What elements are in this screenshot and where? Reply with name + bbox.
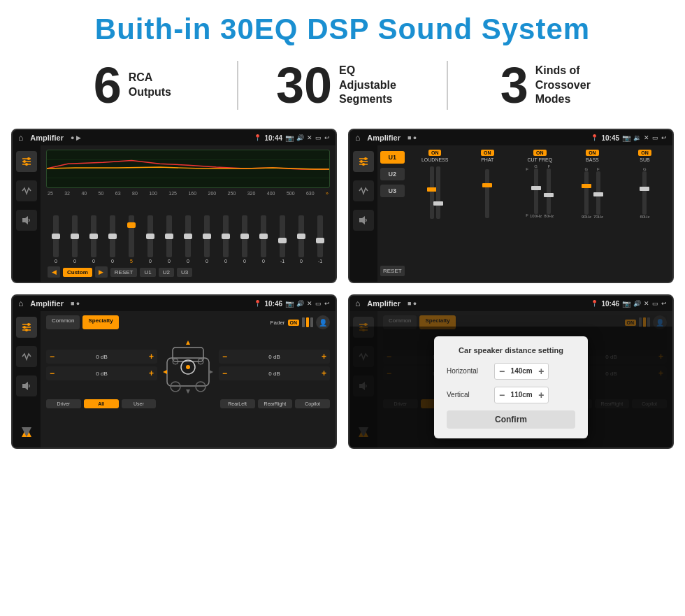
- home-icon-3[interactable]: ⌂: [18, 299, 23, 308]
- spk-fr-plus[interactable]: +: [322, 352, 326, 361]
- home-icon-2[interactable]: ⌂: [355, 133, 360, 143]
- svg-point-29: [196, 382, 206, 392]
- spk-fr-minus[interactable]: −: [222, 352, 227, 361]
- eq-u2-btn[interactable]: U2: [159, 268, 174, 277]
- reset-btn-cross[interactable]: RESET: [380, 266, 405, 276]
- eq-slider-13[interactable]: 0: [293, 215, 310, 264]
- bass-slider-g[interactable]: [584, 171, 589, 215]
- eq-slider-4[interactable]: 5: [123, 215, 140, 264]
- eq-u1-btn[interactable]: U1: [140, 268, 155, 277]
- wave-btn-3[interactable]: [16, 346, 37, 367]
- phat-on[interactable]: ON: [481, 150, 494, 156]
- wave-btn-2[interactable]: [353, 180, 374, 201]
- horizontal-minus[interactable]: −: [499, 366, 505, 377]
- user-btn[interactable]: User: [122, 399, 157, 408]
- eq-slider-14[interactable]: -1: [312, 215, 329, 264]
- eq-slider-1[interactable]: 0: [66, 215, 83, 264]
- copilot-btn[interactable]: Copilot: [295, 399, 330, 408]
- eq-slider-7[interactable]: 0: [180, 215, 196, 264]
- cutfreq-slider-f[interactable]: [547, 169, 551, 214]
- tab-row-3: Common Specialty Fader ON 👤: [46, 315, 330, 329]
- loudness-slider-r[interactable]: [436, 166, 440, 219]
- phat-slider[interactable]: [485, 169, 489, 218]
- stat-divider-1: [237, 61, 238, 110]
- record-icon: ■ ●: [408, 134, 417, 141]
- close-icon-4[interactable]: ✕: [644, 300, 649, 307]
- eq-slider-0[interactable]: 0: [48, 215, 64, 264]
- sub-slider-g[interactable]: [642, 171, 647, 215]
- status-icons-3: 📍 10:46 📷 🔊 ✕ ▭ ↩: [254, 300, 330, 308]
- svg-point-41: [364, 323, 367, 326]
- loudness-on[interactable]: ON: [428, 150, 442, 156]
- vertical-plus[interactable]: +: [538, 389, 544, 401]
- spk-rr-plus[interactable]: +: [322, 368, 326, 378]
- driver-btn[interactable]: Driver: [46, 399, 81, 408]
- cutfreq-on[interactable]: ON: [533, 150, 547, 156]
- eq-slider-8[interactable]: 0: [199, 215, 215, 264]
- close-icon[interactable]: ✕: [307, 134, 312, 141]
- speaker-btn-3[interactable]: [16, 375, 37, 396]
- play-icon: ● ▶: [71, 134, 81, 141]
- fader-main: Common Specialty Fader ON 👤: [41, 311, 336, 447]
- crossover-controls: ON LOUDNESS ON: [408, 145, 672, 282]
- eq-slider-11[interactable]: 0: [255, 215, 272, 264]
- svg-point-11: [360, 160, 363, 163]
- u1-btn[interactable]: U1: [380, 151, 405, 164]
- eq-btn-3[interactable]: [16, 317, 37, 338]
- back-icon[interactable]: ↩: [324, 134, 330, 141]
- back-icon-3[interactable]: ↩: [324, 300, 330, 307]
- eq-slider-5[interactable]: 0: [142, 215, 159, 264]
- close-icon-3[interactable]: ✕: [307, 300, 312, 307]
- u3-btn[interactable]: U3: [380, 185, 405, 197]
- eq-reset-btn[interactable]: RESET: [110, 268, 138, 277]
- eq-slider-10[interactable]: 0: [236, 215, 253, 264]
- spk-fl-minus[interactable]: −: [50, 352, 55, 361]
- confirm-button[interactable]: Confirm: [447, 410, 575, 429]
- tab-specialty[interactable]: Specialty: [82, 315, 118, 329]
- eq-slider-12[interactable]: -1: [274, 215, 291, 264]
- fader-bar-1: [302, 317, 305, 327]
- u2-btn[interactable]: U2: [380, 168, 405, 180]
- sub-on[interactable]: ON: [638, 150, 651, 156]
- spk-rl-plus[interactable]: +: [149, 368, 154, 378]
- window-icon: ▭: [315, 134, 322, 141]
- back-icon-4[interactable]: ↩: [661, 300, 667, 307]
- horizontal-plus[interactable]: +: [538, 366, 544, 377]
- home-icon-4[interactable]: ⌂: [355, 299, 360, 308]
- eq-btn-2[interactable]: [353, 151, 374, 172]
- fader-on-badge[interactable]: ON: [288, 320, 300, 326]
- rearleft-btn[interactable]: RearLeft: [220, 399, 255, 408]
- tab-common[interactable]: Common: [46, 315, 80, 329]
- eq-next-btn[interactable]: ▶: [95, 266, 108, 278]
- location-icon-2: 📍: [591, 134, 598, 141]
- close-icon-2[interactable]: ✕: [644, 134, 649, 141]
- svg-point-20: [27, 323, 30, 326]
- bass-slider-f[interactable]: [596, 171, 600, 215]
- spk-fl-plus[interactable]: +: [149, 352, 154, 361]
- volume-icon-4: 🔊: [633, 300, 641, 307]
- eq-u3-btn[interactable]: U3: [177, 268, 192, 277]
- rearright-btn[interactable]: RearRight: [258, 399, 293, 408]
- home-icon[interactable]: ⌂: [18, 133, 23, 143]
- eq-slider-6[interactable]: 0: [161, 215, 178, 264]
- spk-rr-minus[interactable]: −: [222, 368, 227, 378]
- speaker-sidebar-btn[interactable]: [16, 210, 37, 231]
- cutfreq-slider-g[interactable]: [534, 169, 538, 214]
- bass-on[interactable]: ON: [586, 150, 599, 156]
- eq-prev-btn[interactable]: ◀: [48, 266, 60, 278]
- speaker-btn-2[interactable]: [353, 210, 374, 231]
- eq-sidebar-btn[interactable]: [16, 151, 37, 172]
- eq-slider-2[interactable]: 0: [85, 215, 102, 264]
- profile-icon[interactable]: 👤: [316, 315, 330, 329]
- eq-custom-btn[interactable]: Custom: [63, 268, 92, 277]
- eq-slider-9[interactable]: 0: [217, 215, 234, 264]
- expand-btn-3[interactable]: [20, 425, 34, 442]
- eq-slider-3[interactable]: 0: [104, 215, 121, 264]
- back-icon-2[interactable]: ↩: [661, 134, 667, 141]
- loudness-slider-l[interactable]: [430, 166, 434, 219]
- wave-sidebar-btn[interactable]: [16, 180, 37, 201]
- vertical-minus[interactable]: −: [499, 389, 505, 401]
- all-btn[interactable]: All: [84, 399, 119, 408]
- spk-rl-minus[interactable]: −: [50, 368, 55, 378]
- horizontal-label: Horizontal: [447, 367, 489, 375]
